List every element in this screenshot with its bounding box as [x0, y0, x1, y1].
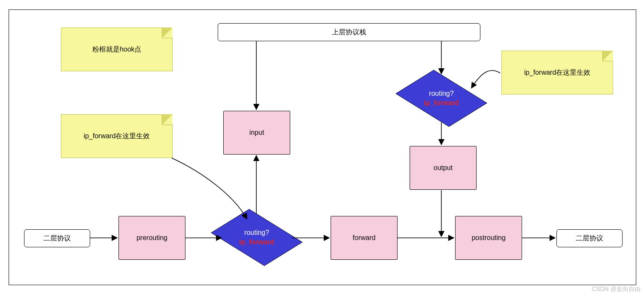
node-routing-lower: routing? ip_forward	[219, 210, 295, 265]
node-postrouting: postrouting	[455, 216, 522, 260]
diagram-canvas: 粉框就是hook点 ip_forward在这里生效 ip_forward在这里生…	[0, 0, 644, 295]
node-l2-left-label: 二层协议	[43, 234, 71, 243]
routing-flag: ip_forward	[239, 237, 274, 247]
node-upper-stack-label: 上层协议栈	[332, 28, 366, 37]
note-legend: 粉框就是hook点	[61, 27, 173, 71]
note-ipforward-upper-text: ip_forward在这里生效	[524, 68, 591, 77]
node-output-label: output	[434, 164, 453, 172]
node-l2-left: 二层协议	[24, 229, 90, 247]
routing-lower-text: routing? ip_forward	[239, 228, 274, 246]
note-fold-icon	[602, 51, 613, 61]
node-input-label: input	[249, 129, 264, 137]
note-ipforward-lower-text: ip_forward在这里生效	[84, 132, 150, 141]
watermark: CSDN @走向自由	[592, 286, 641, 293]
note-legend-text: 粉框就是hook点	[92, 45, 142, 54]
node-output: output	[410, 146, 477, 190]
routing-flag: ip_forward	[424, 98, 459, 108]
node-postrouting-label: postrouting	[471, 234, 505, 242]
node-upper-stack: 上层协议栈	[218, 23, 480, 41]
note-fold-icon	[162, 114, 173, 125]
note-ipforward-lower: ip_forward在这里生效	[61, 114, 173, 158]
node-input: input	[223, 111, 290, 155]
routing-upper-text: routing? ip_forward	[424, 89, 459, 107]
note-fold-icon	[162, 27, 173, 38]
routing-question: routing?	[239, 228, 274, 237]
node-routing-upper: routing? ip_forward	[404, 71, 479, 125]
node-l2-right: 二层协议	[556, 229, 623, 247]
node-forward: forward	[331, 216, 398, 260]
note-ipforward-upper: ip_forward在这里生效	[501, 51, 613, 94]
node-prerouting: prerouting	[118, 216, 185, 260]
routing-question: routing?	[424, 89, 459, 98]
node-l2-right-label: 二层协议	[576, 234, 603, 243]
node-forward-label: forward	[352, 234, 375, 242]
node-prerouting-label: prerouting	[137, 234, 167, 242]
